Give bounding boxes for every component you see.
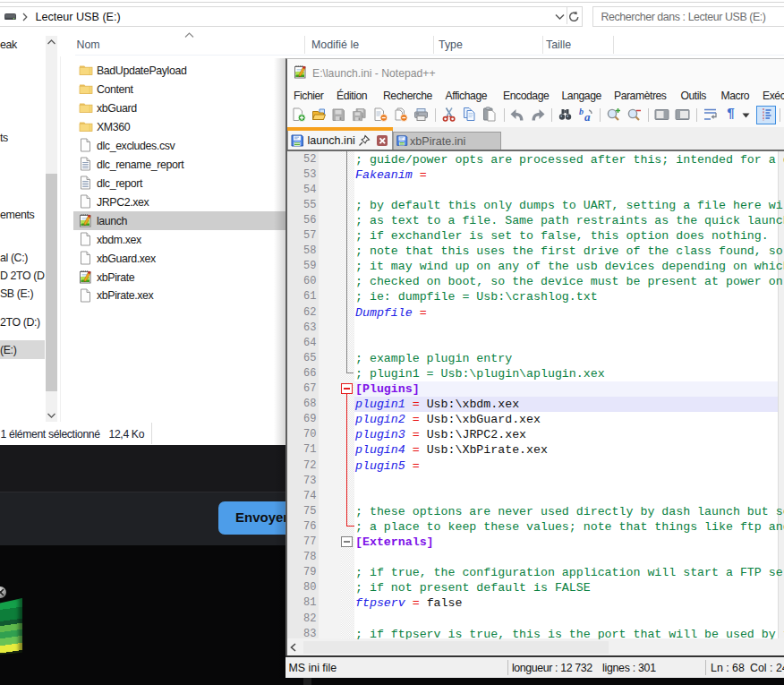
svg-text:b: b (579, 107, 584, 116)
svg-text:a: a (584, 110, 591, 123)
